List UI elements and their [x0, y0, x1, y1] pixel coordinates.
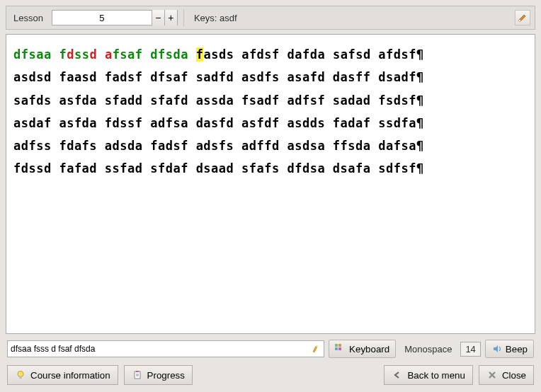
close-icon: [486, 369, 498, 381]
pilcrow-icon: ¶: [416, 93, 424, 108]
lesson-token: adfss fdafs adsda fadsf adsfs adffd asds…: [13, 139, 416, 153]
keyboard-label: Keyboard: [349, 344, 389, 354]
progress-label: Progress: [147, 370, 185, 381]
close-button[interactable]: Close: [479, 365, 534, 385]
back-arrow-icon: [392, 369, 403, 381]
lesson-spinbox[interactable]: − +: [52, 10, 178, 25]
close-label: Close: [502, 370, 526, 381]
separator: [183, 9, 184, 26]
pilcrow-icon: ¶: [416, 47, 424, 62]
top-bar: Lesson − + Keys: asdf: [6, 6, 535, 30]
typing-input[interactable]: [11, 344, 311, 354]
lesson-line: safds asfda sfadd sfafd assda fsadf adfs…: [13, 89, 528, 112]
svg-rect-2: [335, 344, 338, 347]
lesson-token: f: [196, 47, 204, 62]
bottom-bar: Course information Progress Back to menu…: [6, 364, 535, 386]
svg-rect-9: [136, 371, 139, 372]
svg-point-6: [18, 371, 23, 377]
lesson-line: dfsaa fdssd afsaf dfsda fasds afdsf dafd…: [13, 43, 528, 66]
lesson-token: fsaf dfsda: [113, 47, 196, 62]
svg-rect-0: [519, 20, 520, 21]
pilcrow-icon: ¶: [416, 116, 424, 130]
font-size-value[interactable]: 14: [460, 342, 480, 357]
pilcrow-icon: ¶: [416, 161, 424, 175]
lesson-token: asds afdsf dafda safsd afdsf: [203, 47, 416, 62]
beep-toggle-button[interactable]: Beep: [485, 340, 534, 358]
svg-point-1: [316, 345, 317, 347]
back-to-menu-button[interactable]: Back to menu: [384, 365, 473, 385]
font-name-label[interactable]: Monospace: [400, 344, 456, 354]
keys-label: Keys: asdf: [190, 13, 509, 23]
lesson-token: fdssd fafad ssfad sfdaf dsaad sfafs dfds…: [13, 161, 416, 175]
lesson-token: safds asfda sfadd sfafd assda fsadf adfs…: [13, 93, 416, 108]
pilcrow-icon: ¶: [416, 139, 424, 153]
back-label: Back to menu: [407, 370, 465, 381]
typing-input-wrapper: [7, 340, 324, 357]
sound-icon: [491, 343, 503, 354]
lesson-text-area: dfsaa fdssd afsaf dfsda fasds afdsf dafd…: [6, 34, 535, 334]
svg-rect-4: [335, 347, 338, 350]
input-row: Keyboard Monospace 14 Beep: [6, 338, 535, 359]
lesson-token: d a: [89, 47, 112, 62]
lesson-increment-button[interactable]: +: [164, 10, 177, 25]
lesson-line: asdsd faasd fadsf dfsaf sadfd asdfs asaf…: [13, 66, 528, 88]
svg-rect-8: [135, 371, 140, 379]
lesson-label: Lesson: [11, 13, 46, 23]
course-information-button[interactable]: Course information: [7, 365, 118, 385]
lesson-line: asdaf asfda fdssf adfsa dasfd asfdf asdd…: [13, 112, 528, 134]
lesson-token: dfsaa: [13, 47, 59, 62]
svg-rect-7: [20, 376, 22, 379]
edit-lesson-button[interactable]: [515, 10, 530, 25]
lesson-token: asdsd faasd fadsf dfsaf sadfd asdfs asaf…: [13, 70, 416, 84]
svg-rect-3: [338, 344, 341, 347]
clear-input-icon[interactable]: [311, 344, 321, 354]
lesson-decrement-button[interactable]: −: [152, 10, 164, 25]
beep-label: Beep: [506, 344, 528, 354]
clipboard-icon: [132, 369, 143, 381]
progress-button[interactable]: Progress: [124, 365, 193, 385]
keyboard-toggle-button[interactable]: Keyboard: [329, 340, 396, 358]
lesson-line: adfss fdafs adsda fadsf adsfs adffd asds…: [13, 134, 528, 157]
lesson-token: d: [67, 47, 74, 62]
lesson-token: f: [59, 47, 67, 62]
course-information-label: Course information: [30, 370, 110, 381]
lesson-number-input[interactable]: [52, 13, 152, 23]
lesson-token: asdaf asfda fdssf adfsa dasfd asfdf asdd…: [13, 116, 416, 130]
lesson-token: ss: [74, 47, 89, 62]
keyboard-icon: [335, 343, 346, 354]
pencil-icon: [518, 13, 528, 23]
pilcrow-icon: ¶: [416, 70, 424, 84]
lesson-line: fdssd fafad ssfad sfdaf dsaad sfafs dfds…: [13, 157, 528, 180]
lightbulb-icon: [15, 369, 26, 381]
svg-rect-5: [338, 347, 341, 350]
